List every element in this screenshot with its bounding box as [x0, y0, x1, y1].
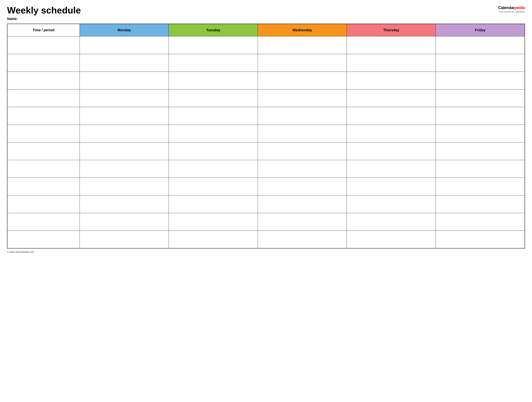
logo-pedia-part: pedia: [515, 6, 525, 10]
header-thursday: Thursday: [347, 24, 436, 36]
page-header: Weekly schedule Name: Calendarpedia Your…: [7, 5, 525, 21]
time-cell[interactable]: [7, 178, 80, 195]
schedule-cell[interactable]: [436, 107, 525, 125]
time-cell[interactable]: [7, 107, 80, 125]
schedule-cell[interactable]: [436, 160, 525, 178]
schedule-cell[interactable]: [169, 71, 258, 89]
footer-url: © www.calendarpedia.com: [7, 251, 34, 253]
schedule-cell[interactable]: [80, 107, 169, 125]
time-cell[interactable]: [7, 231, 80, 248]
schedule-cell[interactable]: [258, 125, 347, 142]
schedule-cell[interactable]: [347, 71, 436, 89]
schedule-cell[interactable]: [347, 231, 436, 248]
logo-calendar-part: Calendar: [498, 6, 515, 10]
schedule-cell[interactable]: [436, 195, 525, 213]
schedule-cell[interactable]: [80, 36, 169, 54]
name-label: Name:: [7, 17, 81, 21]
table-row: [7, 71, 525, 89]
footer: © www.calendarpedia.com: [7, 251, 525, 253]
time-cell[interactable]: [7, 195, 80, 213]
schedule-cell[interactable]: [436, 231, 525, 248]
table-row: [7, 213, 525, 231]
header-friday: Friday: [436, 24, 525, 36]
schedule-cell[interactable]: [80, 125, 169, 142]
time-cell[interactable]: [7, 125, 80, 142]
table-row: [7, 178, 525, 195]
schedule-cell[interactable]: [80, 142, 169, 160]
header-wednesday: Wednesday: [258, 24, 347, 36]
schedule-cell[interactable]: [258, 54, 347, 71]
table-row: [7, 54, 525, 71]
time-cell[interactable]: [7, 160, 80, 178]
schedule-cell[interactable]: [436, 54, 525, 71]
schedule-cell[interactable]: [436, 89, 525, 107]
schedule-cell[interactable]: [258, 178, 347, 195]
table-row: [7, 231, 525, 248]
logo-section: Calendarpedia Your source for calendars: [498, 5, 525, 13]
schedule-cell[interactable]: [436, 213, 525, 231]
schedule-cell[interactable]: [80, 195, 169, 213]
schedule-table: Time / period Monday Tuesday Wednesday T…: [7, 24, 525, 248]
schedule-cell[interactable]: [347, 142, 436, 160]
table-row: [7, 89, 525, 107]
schedule-cell[interactable]: [169, 36, 258, 54]
header-tuesday: Tuesday: [169, 24, 258, 36]
schedule-body: [7, 36, 525, 248]
schedule-cell[interactable]: [347, 160, 436, 178]
schedule-cell[interactable]: [347, 89, 436, 107]
schedule-cell[interactable]: [80, 178, 169, 195]
time-cell[interactable]: [7, 142, 80, 160]
schedule-cell[interactable]: [258, 36, 347, 54]
table-row: [7, 142, 525, 160]
time-cell[interactable]: [7, 54, 80, 71]
schedule-cell[interactable]: [169, 54, 258, 71]
page-title: Weekly schedule: [7, 5, 81, 15]
schedule-cell[interactable]: [80, 54, 169, 71]
schedule-cell[interactable]: [169, 231, 258, 248]
schedule-cell[interactable]: [436, 125, 525, 142]
schedule-cell[interactable]: [169, 125, 258, 142]
time-cell[interactable]: [7, 36, 80, 54]
schedule-cell[interactable]: [258, 142, 347, 160]
schedule-cell[interactable]: [258, 231, 347, 248]
schedule-cell[interactable]: [436, 178, 525, 195]
schedule-cell[interactable]: [347, 36, 436, 54]
schedule-cell[interactable]: [169, 160, 258, 178]
schedule-cell[interactable]: [80, 89, 169, 107]
header-time: Time / period: [7, 24, 80, 36]
schedule-cell[interactable]: [80, 213, 169, 231]
schedule-cell[interactable]: [169, 213, 258, 231]
schedule-cell[interactable]: [169, 142, 258, 160]
header-row: Time / period Monday Tuesday Wednesday T…: [7, 24, 525, 36]
table-row: [7, 125, 525, 142]
schedule-cell[interactable]: [347, 178, 436, 195]
schedule-cell[interactable]: [258, 195, 347, 213]
schedule-cell[interactable]: [169, 178, 258, 195]
schedule-cell[interactable]: [258, 160, 347, 178]
time-cell[interactable]: [7, 213, 80, 231]
logo-text: Calendarpedia: [498, 5, 525, 10]
schedule-cell[interactable]: [347, 107, 436, 125]
time-cell[interactable]: [7, 89, 80, 107]
schedule-cell[interactable]: [258, 89, 347, 107]
schedule-cell[interactable]: [80, 71, 169, 89]
schedule-cell[interactable]: [347, 54, 436, 71]
title-section: Weekly schedule Name:: [7, 5, 81, 21]
schedule-cell[interactable]: [347, 213, 436, 231]
time-cell[interactable]: [7, 71, 80, 89]
schedule-cell[interactable]: [258, 71, 347, 89]
schedule-cell[interactable]: [80, 231, 169, 248]
schedule-cell[interactable]: [347, 125, 436, 142]
schedule-cell[interactable]: [436, 142, 525, 160]
schedule-cell[interactable]: [436, 36, 525, 54]
schedule-cell[interactable]: [347, 195, 436, 213]
schedule-cell[interactable]: [169, 107, 258, 125]
schedule-cell[interactable]: [169, 195, 258, 213]
table-row: [7, 107, 525, 125]
schedule-cell[interactable]: [436, 71, 525, 89]
schedule-cell[interactable]: [258, 107, 347, 125]
schedule-cell[interactable]: [80, 160, 169, 178]
schedule-cell[interactable]: [169, 89, 258, 107]
schedule-cell[interactable]: [258, 213, 347, 231]
table-row: [7, 195, 525, 213]
